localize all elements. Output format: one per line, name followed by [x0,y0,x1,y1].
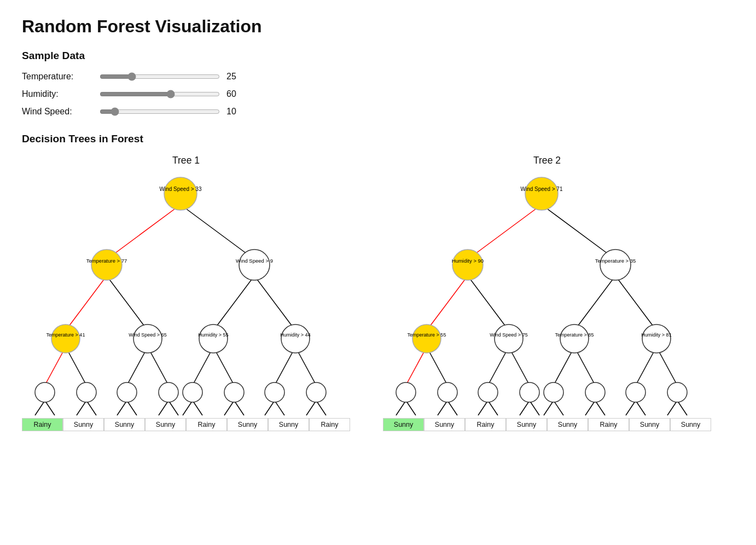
svg-line-3 [107,276,148,331]
svg-line-15 [45,401,55,415]
tree2-leaf-rrl [626,382,645,402]
tree-2-title: Tree 2 [533,155,561,166]
svg-line-59 [677,401,687,415]
tree2-root-node [525,177,558,210]
page-title: Random Forest Visualization [22,16,734,37]
tree1-l2rr-node [281,324,310,353]
tree2-l1r-node [600,250,631,280]
humidity-slider[interactable] [100,90,220,98]
tree2-l2ll-label: Temperature > 55 [408,332,446,338]
tree2-leaf-row: Sunny Sunny Rainy Sunny Sunny Rainy Sunn… [383,418,711,431]
tree1-leaf-llr [77,382,96,402]
svg-line-30 [468,205,542,259]
svg-line-33 [468,276,509,331]
tree1-l2ll-node [51,324,80,353]
tree1-leaf-label-7: Rainy [309,418,350,431]
svg-line-47 [447,401,457,415]
svg-line-23 [193,401,202,415]
tree1-leaf-label-3: Sunny [145,418,186,431]
svg-line-27 [275,401,284,415]
trees-container: Tree 1 [22,155,734,431]
tree2-l1r-label: Temperature > 35 [595,258,636,264]
tree2-leaf-llr [438,382,457,402]
svg-line-26 [265,401,275,415]
svg-line-20 [159,401,168,415]
tree2-root-label: Wind Speed > 71 [521,186,563,192]
tree2-leaf-lrr [520,382,539,402]
svg-line-48 [478,401,488,415]
svg-line-44 [396,401,406,415]
tree1-leaf-rlr [224,382,244,402]
humidity-slider-row: Humidity: 60 [22,89,734,99]
svg-line-54 [585,401,595,415]
tree2-l1l-node [452,250,483,280]
sample-data-heading: Sample Data [22,50,734,62]
humidity-label: Humidity: [22,89,93,99]
svg-line-58 [667,401,677,415]
tree2-leaf-label-3: Sunny [506,418,547,431]
tree2-l2ll-node [412,324,441,353]
tree2-leaf-rlr [585,382,605,402]
svg-line-1 [181,205,254,259]
humidity-value: 60 [226,89,243,99]
temperature-slider-row: Temperature: 25 [22,72,734,82]
tree2-leaf-rll [544,382,563,402]
tree2-leaf-label-1: Sunny [424,418,465,431]
trees-section: Decision Trees in Forest Tree 1 [22,133,734,431]
tree2-l2lr-label: Wind Speed > 75 [490,332,527,338]
svg-line-28 [306,401,316,415]
wind-speed-value: 10 [226,107,243,117]
tree2-leaf-rrr [667,382,687,402]
svg-line-49 [488,401,498,415]
svg-line-56 [626,401,636,415]
tree2-leaf-label-2: Rainy [465,418,506,431]
tree1-leaf-row: Rainy Sunny Sunny Sunny Rainy Sunny Sunn… [22,418,350,431]
tree1-l2lr-label: Wind Speed > 65 [129,332,166,338]
svg-line-57 [636,401,645,415]
tree2-leaf-lll [396,382,416,402]
tree1-leaf-label-6: Sunny [268,418,309,431]
tree1-leaf-rrl [265,382,284,402]
tree1-root-node [164,177,197,210]
temperature-slider[interactable] [100,72,220,81]
tree2-leaf-label-7: Sunny [670,418,711,431]
tree1-l1l-label: Temperature > 77 [86,258,127,264]
tree2-leaf-label-5: Rainy [588,418,629,431]
svg-line-52 [544,401,554,415]
tree1-leaf-label-0: Rainy [22,418,63,431]
tree2-l2rr-label: Humidity > 81 [641,332,671,338]
tree1-l1l-node [91,250,122,280]
tree2-l2lr-node [495,324,523,353]
svg-line-0 [107,205,181,259]
tree-1-title: Tree 1 [172,155,200,166]
tree2-l1l-label: Humidity > 90 [452,258,484,264]
tree2-l2rr-node [642,324,671,353]
svg-line-22 [183,401,193,415]
tree1-l2rr-label: Humidity > 44 [280,332,310,338]
trees-heading: Decision Trees in Forest [22,133,734,145]
wind-speed-slider[interactable] [100,107,220,116]
tree-2-svg: Wind Speed > 71 Humidity > 90 Temperatur… [383,172,711,424]
tree1-leaf-rrr [306,382,326,402]
tree1-leaf-lrr [159,382,178,402]
tree1-leaf-label-4: Rainy [186,418,227,431]
tree2-leaf-label-6: Sunny [629,418,670,431]
tree2-leaf-lrl [478,382,498,402]
svg-line-14 [35,401,45,415]
svg-line-55 [595,401,605,415]
svg-line-31 [542,205,615,259]
tree2-leaf-label-0: Sunny [383,418,424,431]
temperature-label: Temperature: [22,72,93,82]
tree1-l2ll-label: Temperature > 41 [46,332,85,338]
svg-line-51 [530,401,539,415]
tree-1-svg: Wind Speed > 33 Temperature > 77 Wind Sp… [22,172,350,424]
svg-line-50 [520,401,530,415]
tree1-leaf-label-2: Sunny [104,418,145,431]
svg-line-53 [554,401,563,415]
wind-speed-label: Wind Speed: [22,107,93,117]
temperature-value: 25 [226,72,243,82]
svg-line-16 [77,401,86,415]
tree-1-wrapper: Tree 1 [22,155,350,431]
tree1-l2rl-node [199,324,228,353]
svg-line-29 [316,401,326,415]
